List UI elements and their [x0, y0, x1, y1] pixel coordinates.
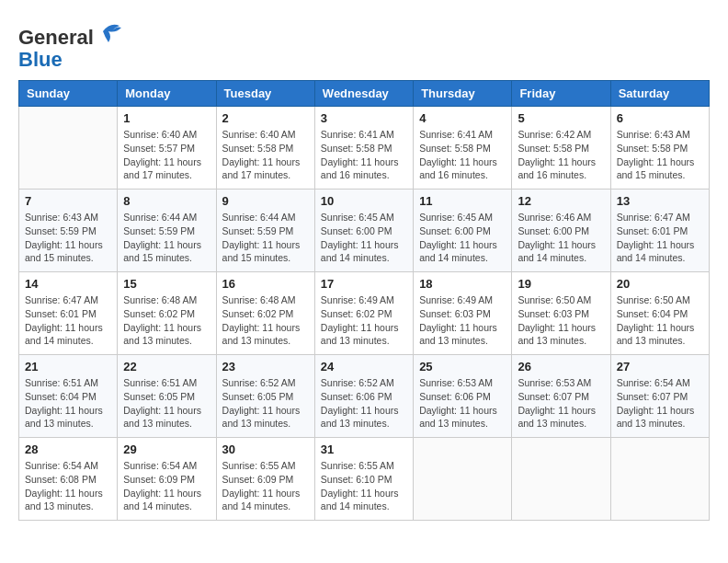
day-info: Sunrise: 6:47 AMSunset: 6:01 PMDaylight:… — [617, 211, 703, 265]
day-info: Sunrise: 6:47 AMSunset: 6:01 PMDaylight:… — [25, 293, 111, 348]
weekday-header-row: SundayMondayTuesdayWednesdayThursdayFrid… — [19, 81, 710, 107]
day-info: Sunrise: 6:44 AMSunset: 5:59 PMDaylight:… — [222, 211, 309, 265]
day-info: Sunrise: 6:40 AMSunset: 5:58 PMDaylight:… — [222, 128, 309, 182]
day-info: Sunrise: 6:49 AMSunset: 6:02 PMDaylight:… — [321, 293, 407, 348]
calendar-cell: 19Sunrise: 6:50 AMSunset: 6:03 PMDayligh… — [512, 272, 610, 355]
day-number: 30 — [222, 442, 309, 456]
calendar-cell: 7Sunrise: 6:43 AMSunset: 5:59 PMDaylight… — [19, 190, 118, 272]
day-info: Sunrise: 6:54 AMSunset: 6:07 PMDaylight:… — [617, 376, 703, 431]
day-info: Sunrise: 6:49 AMSunset: 6:03 PMDaylight:… — [419, 293, 506, 348]
logo-general: General — [18, 26, 94, 49]
calendar-body: 1Sunrise: 6:40 AMSunset: 5:57 PMDaylight… — [19, 107, 710, 521]
weekday-header-monday: Monday — [118, 81, 216, 107]
calendar-cell: 3Sunrise: 6:41 AMSunset: 5:58 PMDaylight… — [314, 107, 413, 190]
day-number: 3 — [321, 111, 407, 125]
page-header: General Blue — [18, 18, 710, 71]
calendar-cell: 25Sunrise: 6:53 AMSunset: 6:06 PMDayligh… — [414, 355, 512, 438]
weekday-header-wednesday: Wednesday — [314, 81, 413, 107]
calendar-cell: 20Sunrise: 6:50 AMSunset: 6:04 PMDayligh… — [610, 272, 709, 355]
calendar-cell: 8Sunrise: 6:44 AMSunset: 5:59 PMDaylight… — [118, 190, 216, 272]
day-number: 2 — [222, 111, 309, 125]
calendar-cell: 15Sunrise: 6:48 AMSunset: 6:02 PMDayligh… — [118, 272, 216, 355]
day-info: Sunrise: 6:43 AMSunset: 5:59 PMDaylight:… — [25, 211, 111, 265]
calendar-week-row: 14Sunrise: 6:47 AMSunset: 6:01 PMDayligh… — [19, 272, 710, 355]
day-info: Sunrise: 6:52 AMSunset: 6:06 PMDaylight:… — [321, 376, 407, 431]
day-info: Sunrise: 6:52 AMSunset: 6:05 PMDaylight:… — [222, 376, 309, 431]
day-info: Sunrise: 6:55 AMSunset: 6:10 PMDaylight:… — [321, 459, 407, 513]
logo-text: General — [18, 18, 121, 49]
calendar-week-row: 1Sunrise: 6:40 AMSunset: 5:57 PMDaylight… — [19, 107, 710, 190]
day-number: 26 — [518, 360, 604, 373]
calendar-week-row: 21Sunrise: 6:51 AMSunset: 6:04 PMDayligh… — [19, 355, 710, 438]
calendar-cell: 29Sunrise: 6:54 AMSunset: 6:09 PMDayligh… — [118, 438, 216, 521]
calendar-cell: 27Sunrise: 6:54 AMSunset: 6:07 PMDayligh… — [610, 355, 709, 438]
day-number: 6 — [617, 111, 703, 125]
calendar-table: SundayMondayTuesdayWednesdayThursdayFrid… — [18, 80, 710, 521]
calendar-cell: 1Sunrise: 6:40 AMSunset: 5:57 PMDaylight… — [118, 107, 216, 190]
logo-blue: Blue — [18, 48, 63, 71]
day-number: 9 — [222, 194, 309, 208]
day-number: 21 — [25, 360, 111, 373]
day-number: 25 — [419, 360, 506, 373]
calendar-cell: 2Sunrise: 6:40 AMSunset: 5:58 PMDaylight… — [216, 107, 314, 190]
day-number: 24 — [321, 360, 407, 373]
day-info: Sunrise: 6:43 AMSunset: 5:58 PMDaylight:… — [617, 128, 703, 182]
day-number: 5 — [518, 111, 604, 125]
calendar-week-row: 7Sunrise: 6:43 AMSunset: 5:59 PMDaylight… — [19, 190, 710, 272]
calendar-cell — [610, 438, 709, 521]
calendar-cell: 23Sunrise: 6:52 AMSunset: 6:05 PMDayligh… — [216, 355, 314, 438]
calendar-cell: 9Sunrise: 6:44 AMSunset: 5:59 PMDaylight… — [216, 190, 314, 272]
calendar-cell: 11Sunrise: 6:45 AMSunset: 6:00 PMDayligh… — [414, 190, 512, 272]
weekday-header-friday: Friday — [512, 81, 610, 107]
calendar-cell: 12Sunrise: 6:46 AMSunset: 6:00 PMDayligh… — [512, 190, 610, 272]
day-number: 20 — [617, 277, 703, 291]
day-info: Sunrise: 6:45 AMSunset: 6:00 PMDaylight:… — [321, 211, 407, 265]
calendar-header: SundayMondayTuesdayWednesdayThursdayFrid… — [19, 81, 710, 107]
weekday-header-saturday: Saturday — [610, 81, 709, 107]
day-info: Sunrise: 6:46 AMSunset: 6:00 PMDaylight:… — [518, 211, 604, 265]
day-info: Sunrise: 6:44 AMSunset: 5:59 PMDaylight:… — [123, 211, 210, 265]
calendar-cell: 26Sunrise: 6:53 AMSunset: 6:07 PMDayligh… — [512, 355, 610, 438]
day-number: 10 — [321, 194, 407, 208]
day-number: 14 — [25, 277, 111, 291]
weekday-header-tuesday: Tuesday — [216, 81, 314, 107]
day-number: 29 — [123, 442, 210, 456]
calendar-cell: 4Sunrise: 6:41 AMSunset: 5:58 PMDaylight… — [414, 107, 512, 190]
day-number: 27 — [617, 360, 703, 373]
day-info: Sunrise: 6:51 AMSunset: 6:04 PMDaylight:… — [25, 376, 111, 431]
day-info: Sunrise: 6:48 AMSunset: 6:02 PMDaylight:… — [222, 293, 309, 348]
calendar-cell: 24Sunrise: 6:52 AMSunset: 6:06 PMDayligh… — [314, 355, 413, 438]
calendar-week-row: 28Sunrise: 6:54 AMSunset: 6:08 PMDayligh… — [19, 438, 710, 521]
day-number: 18 — [419, 277, 506, 291]
day-info: Sunrise: 6:54 AMSunset: 6:09 PMDaylight:… — [123, 459, 210, 513]
day-info: Sunrise: 6:41 AMSunset: 5:58 PMDaylight:… — [321, 128, 407, 182]
calendar-cell — [512, 438, 610, 521]
calendar-cell: 31Sunrise: 6:55 AMSunset: 6:10 PMDayligh… — [314, 438, 413, 521]
day-number: 7 — [25, 194, 111, 208]
day-info: Sunrise: 6:40 AMSunset: 5:57 PMDaylight:… — [123, 128, 210, 182]
calendar-cell: 6Sunrise: 6:43 AMSunset: 5:58 PMDaylight… — [610, 107, 709, 190]
calendar-cell: 18Sunrise: 6:49 AMSunset: 6:03 PMDayligh… — [414, 272, 512, 355]
day-number: 28 — [25, 442, 111, 456]
day-number: 17 — [321, 277, 407, 291]
day-info: Sunrise: 6:41 AMSunset: 5:58 PMDaylight:… — [419, 128, 506, 182]
day-number: 12 — [518, 194, 604, 208]
day-number: 23 — [222, 360, 309, 373]
day-number: 16 — [222, 277, 309, 291]
calendar-cell: 13Sunrise: 6:47 AMSunset: 6:01 PMDayligh… — [610, 190, 709, 272]
day-number: 15 — [123, 277, 210, 291]
weekday-header-thursday: Thursday — [414, 81, 512, 107]
day-info: Sunrise: 6:55 AMSunset: 6:09 PMDaylight:… — [222, 459, 309, 513]
day-info: Sunrise: 6:51 AMSunset: 6:05 PMDaylight:… — [123, 376, 210, 431]
calendar-cell: 17Sunrise: 6:49 AMSunset: 6:02 PMDayligh… — [314, 272, 413, 355]
day-number: 11 — [419, 194, 506, 208]
day-info: Sunrise: 6:50 AMSunset: 6:03 PMDaylight:… — [518, 293, 604, 348]
weekday-header-sunday: Sunday — [19, 81, 118, 107]
day-number: 4 — [419, 111, 506, 125]
day-number: 1 — [123, 111, 210, 125]
day-info: Sunrise: 6:45 AMSunset: 6:00 PMDaylight:… — [419, 211, 506, 265]
day-info: Sunrise: 6:48 AMSunset: 6:02 PMDaylight:… — [123, 293, 210, 348]
day-number: 31 — [321, 442, 407, 456]
calendar-cell: 30Sunrise: 6:55 AMSunset: 6:09 PMDayligh… — [216, 438, 314, 521]
day-number: 22 — [123, 360, 210, 373]
